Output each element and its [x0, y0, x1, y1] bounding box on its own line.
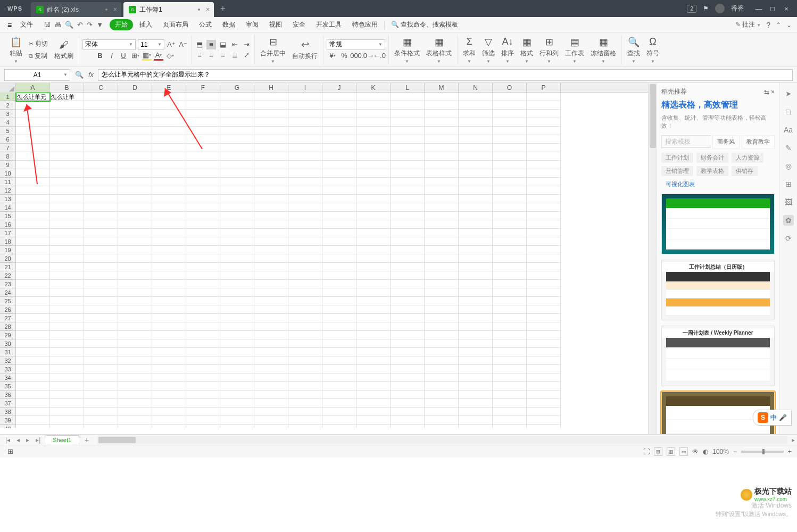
- cell[interactable]: [118, 348, 152, 356]
- cell[interactable]: [391, 135, 425, 144]
- cell[interactable]: [356, 263, 391, 271]
- cell[interactable]: [322, 339, 356, 348]
- close-icon[interactable]: ×: [206, 6, 210, 13]
- cell[interactable]: [527, 365, 561, 373]
- cell[interactable]: [152, 212, 186, 220]
- cell[interactable]: [527, 195, 561, 203]
- cell[interactable]: [459, 186, 493, 195]
- cell[interactable]: [220, 127, 254, 135]
- cell[interactable]: [220, 365, 254, 373]
- cell[interactable]: [391, 144, 425, 152]
- cell[interactable]: [84, 416, 118, 425]
- cell[interactable]: [493, 408, 527, 416]
- cell[interactable]: [527, 152, 561, 161]
- cell[interactable]: [356, 118, 391, 127]
- cell[interactable]: [152, 322, 186, 331]
- cell[interactable]: [84, 178, 118, 186]
- cell[interactable]: [84, 161, 118, 169]
- decrease-font-icon[interactable]: A⁻: [178, 40, 188, 49]
- col-header[interactable]: M: [425, 83, 459, 92]
- cell[interactable]: [254, 297, 288, 305]
- cell[interactable]: [254, 127, 288, 135]
- cell[interactable]: [50, 212, 84, 220]
- row-header[interactable]: 16: [0, 220, 16, 229]
- row-header[interactable]: 13: [0, 195, 16, 203]
- cell[interactable]: [493, 425, 527, 428]
- row-header[interactable]: 11: [0, 178, 16, 186]
- cell[interactable]: [118, 365, 152, 373]
- cell[interactable]: [254, 408, 288, 416]
- cell[interactable]: [527, 271, 561, 280]
- cell[interactable]: [391, 305, 425, 314]
- tab-special[interactable]: 特色应用: [348, 19, 382, 31]
- cell[interactable]: [50, 237, 84, 246]
- cell[interactable]: [152, 246, 186, 254]
- cell[interactable]: [118, 169, 152, 178]
- cell[interactable]: [16, 322, 50, 331]
- copy-button[interactable]: ⧉ 复制: [27, 51, 50, 62]
- cell[interactable]: [322, 246, 356, 254]
- cell[interactable]: [288, 246, 322, 254]
- cell[interactable]: [118, 178, 152, 186]
- cell[interactable]: [288, 288, 322, 297]
- cell[interactable]: [391, 314, 425, 322]
- cell[interactable]: [459, 314, 493, 322]
- cell[interactable]: [288, 93, 322, 101]
- cell[interactable]: [425, 297, 459, 305]
- cell[interactable]: [527, 169, 561, 178]
- row-header[interactable]: 18: [0, 237, 16, 246]
- cell[interactable]: [84, 169, 118, 178]
- cell[interactable]: [493, 390, 527, 399]
- cell[interactable]: [493, 152, 527, 161]
- cell[interactable]: [84, 339, 118, 348]
- col-header[interactable]: I: [288, 83, 322, 92]
- template-card[interactable]: 工作计划总结（日历版）: [661, 260, 775, 320]
- cell[interactable]: [152, 135, 186, 144]
- cell[interactable]: [459, 110, 493, 118]
- cell[interactable]: [356, 237, 391, 246]
- cell[interactable]: [288, 331, 322, 339]
- cell[interactable]: [391, 373, 425, 382]
- cell[interactable]: [50, 348, 84, 356]
- align-center-icon[interactable]: ≡: [206, 51, 216, 60]
- row-header[interactable]: 3: [0, 110, 16, 118]
- cell[interactable]: [84, 322, 118, 331]
- row-header[interactable]: 38: [0, 408, 16, 416]
- align-bottom-icon[interactable]: ⬓: [218, 40, 228, 49]
- cell[interactable]: [16, 118, 50, 127]
- cell[interactable]: [16, 186, 50, 195]
- preview-icon[interactable]: 🔍: [65, 21, 73, 29]
- orientation-icon[interactable]: ⤢: [242, 51, 251, 60]
- sheet-nav-last[interactable]: ▸|: [34, 436, 43, 444]
- cell[interactable]: [493, 169, 527, 178]
- cell[interactable]: [493, 178, 527, 186]
- cell[interactable]: [356, 305, 391, 314]
- tag-marketing[interactable]: 营销管理: [661, 166, 693, 176]
- cell[interactable]: [322, 425, 356, 428]
- row-header[interactable]: 6: [0, 135, 16, 144]
- cell[interactable]: [50, 356, 84, 365]
- cell[interactable]: [220, 195, 254, 203]
- cell[interactable]: [288, 297, 322, 305]
- cell[interactable]: [527, 229, 561, 237]
- cell[interactable]: [118, 237, 152, 246]
- cell[interactable]: [527, 305, 561, 314]
- cell[interactable]: [152, 254, 186, 263]
- cell[interactable]: [50, 339, 84, 348]
- cell[interactable]: [118, 93, 152, 101]
- cell[interactable]: [220, 331, 254, 339]
- row-header[interactable]: 2: [0, 101, 16, 110]
- paste-button[interactable]: 📋粘贴▼: [7, 35, 24, 65]
- cell[interactable]: [322, 280, 356, 288]
- cell[interactable]: [493, 186, 527, 195]
- cell[interactable]: [50, 144, 84, 152]
- cell[interactable]: [493, 254, 527, 263]
- table-style-button[interactable]: ▦表格样式▼: [424, 35, 454, 65]
- cell[interactable]: [254, 144, 288, 152]
- cell[interactable]: [493, 110, 527, 118]
- cell[interactable]: [459, 382, 493, 390]
- row-header[interactable]: 23: [0, 280, 16, 288]
- cell[interactable]: [425, 110, 459, 118]
- cell[interactable]: [254, 93, 288, 101]
- cell[interactable]: [16, 365, 50, 373]
